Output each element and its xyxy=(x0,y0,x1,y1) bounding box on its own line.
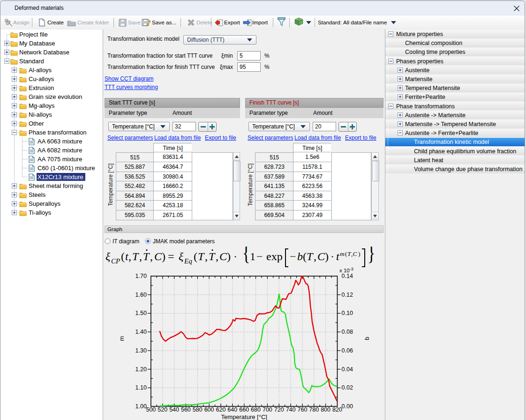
svg-text:580: 580 xyxy=(193,406,203,413)
svg-text:1.00: 1.00 xyxy=(135,403,147,410)
svg-text:1.60: 1.60 xyxy=(135,292,147,298)
svg-text:−: − xyxy=(256,250,263,262)
svg-text:1.50: 1.50 xyxy=(135,310,147,316)
svg-text:0.02: 0.02 xyxy=(342,384,353,391)
svg-text:−: − xyxy=(290,250,296,262)
svg-text:540: 540 xyxy=(169,406,179,413)
svg-text:T: T xyxy=(132,250,139,262)
svg-text:T: T xyxy=(209,250,216,262)
svg-text:(: ( xyxy=(194,250,197,262)
svg-text:C: C xyxy=(317,250,325,262)
svg-text:(: ( xyxy=(303,250,307,262)
svg-text:1.30: 1.30 xyxy=(135,347,147,354)
svg-text:1.70: 1.70 xyxy=(135,273,147,279)
svg-text:1.10: 1.10 xyxy=(135,384,147,391)
svg-text:C: C xyxy=(154,250,162,262)
svg-text:560: 560 xyxy=(181,406,191,413)
svg-text:T: T xyxy=(307,250,314,262)
svg-text:,: , xyxy=(314,250,316,262)
svg-text:0.08: 0.08 xyxy=(342,329,353,335)
svg-text:): ) xyxy=(358,250,361,257)
svg-text:720: 720 xyxy=(274,406,284,413)
svg-text:t: t xyxy=(336,250,340,262)
svg-text:): ) xyxy=(227,250,231,262)
svg-text:620: 620 xyxy=(216,406,226,413)
svg-text:b: b xyxy=(297,250,303,262)
svg-text:0.12: 0.12 xyxy=(342,292,353,298)
svg-text:m: m xyxy=(340,250,345,257)
svg-text:0.10: 0.10 xyxy=(342,310,353,316)
svg-text:): ) xyxy=(162,250,165,262)
svg-text:,: , xyxy=(216,250,218,262)
svg-text:}: } xyxy=(368,247,375,265)
svg-text:640: 640 xyxy=(227,406,237,413)
svg-text:740: 740 xyxy=(286,406,296,413)
svg-text:1: 1 xyxy=(250,250,255,262)
svg-text:600: 600 xyxy=(204,406,214,413)
svg-text:0.04: 0.04 xyxy=(342,366,353,373)
svg-text:ξ: ξ xyxy=(105,250,111,262)
svg-text:): ) xyxy=(325,250,329,262)
svg-text:(: ( xyxy=(121,250,125,262)
svg-text:1.40: 1.40 xyxy=(135,329,147,335)
svg-text:500: 500 xyxy=(146,406,156,413)
svg-text:T: T xyxy=(198,250,205,262)
svg-text:b: b xyxy=(364,337,370,340)
svg-text:=: = xyxy=(168,250,174,262)
svg-text:660: 660 xyxy=(239,406,249,413)
svg-text:,: , xyxy=(128,250,131,262)
svg-text:700: 700 xyxy=(263,406,272,413)
svg-text:0.06: 0.06 xyxy=(342,347,353,354)
svg-text:T: T xyxy=(143,250,150,262)
svg-text:CP: CP xyxy=(111,257,120,265)
svg-text:{: { xyxy=(242,247,250,265)
svg-text:m: m xyxy=(119,336,125,341)
svg-text:Temperature [°C]: Temperature [°C] xyxy=(221,413,267,420)
svg-text:,: , xyxy=(150,250,153,262)
svg-text:·: · xyxy=(331,250,334,262)
svg-text:·: · xyxy=(233,250,237,262)
svg-text:680: 680 xyxy=(251,406,261,413)
svg-text:0.00: 0.00 xyxy=(342,403,353,410)
svg-text:760: 760 xyxy=(298,406,308,413)
svg-text:,: , xyxy=(139,250,142,262)
svg-text:ξ: ξ xyxy=(179,250,184,262)
svg-text:,C: ,C xyxy=(351,250,357,257)
svg-text:1.20: 1.20 xyxy=(135,366,147,373)
svg-text:780: 780 xyxy=(309,406,319,413)
svg-text:0.14: 0.14 xyxy=(342,273,353,279)
svg-text:exp: exp xyxy=(266,250,283,262)
svg-text:C: C xyxy=(219,250,227,262)
svg-text:520: 520 xyxy=(158,406,167,413)
svg-text:820: 820 xyxy=(332,406,342,413)
svg-text:800: 800 xyxy=(321,406,331,413)
svg-text:Eq: Eq xyxy=(184,257,192,265)
svg-text:,: , xyxy=(205,250,208,262)
